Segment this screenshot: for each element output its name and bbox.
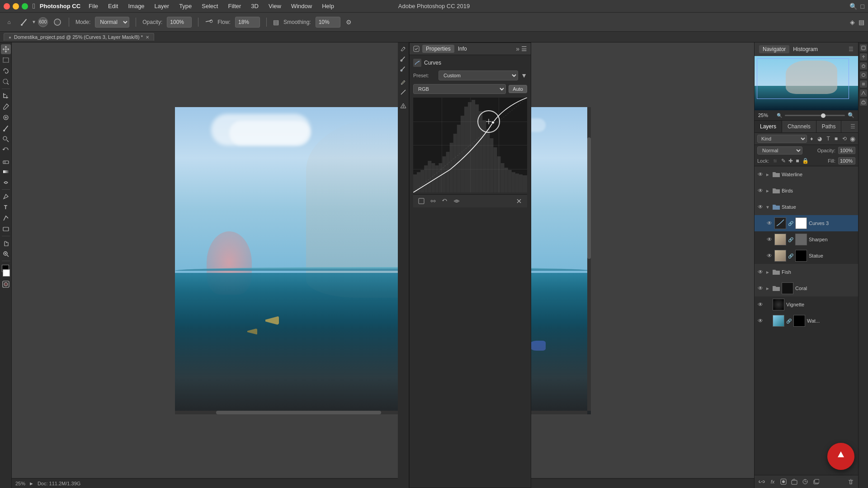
color-selector[interactable] — [1, 265, 11, 277]
layer-type-filter-icon[interactable]: T — [825, 135, 831, 142]
layer-item-coral[interactable]: 👁 ► Coral — [755, 280, 858, 296]
layer-item-curves3[interactable]: 👁 🔗 Curves 3 — [755, 215, 858, 231]
vignette-vis-icon[interactable]: 👁 — [757, 301, 764, 308]
gradient-tool-btn[interactable] — [1, 167, 11, 177]
curves3-vis-icon[interactable]: 👁 — [766, 220, 773, 226]
zoom-slider[interactable] — [785, 115, 845, 116]
statue-group-expand-icon[interactable]: ▼ — [765, 205, 771, 210]
move-tool-btn[interactable] — [1, 44, 11, 54]
menu-select[interactable]: Select — [200, 2, 220, 10]
menu-view[interactable]: View — [267, 2, 283, 10]
prop-line-icon[interactable] — [399, 88, 408, 97]
curves-graph[interactable] — [413, 98, 527, 192]
hand-tool-btn[interactable] — [1, 238, 11, 248]
path-select-tool-btn[interactable] — [1, 213, 11, 223]
clone-stamp-tool-btn[interactable] — [1, 134, 11, 144]
waterline-vis-icon[interactable]: 👁 — [757, 171, 764, 178]
brush-tool-btn-left[interactable] — [1, 123, 11, 133]
fish-vis-icon[interactable]: 👁 — [757, 269, 764, 275]
quick-mask-btn[interactable] — [1, 279, 11, 289]
search-icon[interactable]: 🔍 — [849, 3, 857, 10]
panel-icon-3[interactable] — [860, 62, 867, 70]
zoom-out-icon[interactable]: 🔍 — [777, 113, 782, 118]
window-close-btn[interactable] — [4, 3, 10, 9]
histogram-tab[interactable]: Histogram — [789, 45, 821, 53]
waterline2-vis-icon[interactable]: 👁 — [757, 318, 764, 324]
waterline-expand-icon[interactable]: ► — [765, 172, 771, 177]
menu-edit[interactable]: Edit — [106, 2, 120, 10]
coral-vis-icon[interactable]: 👁 — [757, 285, 764, 291]
tab-close-icon[interactable]: ✕ — [146, 35, 149, 40]
properties-tab[interactable]: Properties — [422, 45, 454, 53]
opacity-input[interactable] — [167, 17, 192, 28]
layers-panel-menu-icon[interactable]: ☰ — [848, 121, 858, 132]
panel-icon-1[interactable] — [860, 44, 867, 52]
document-tab[interactable]: ● Domestika_project.psd @ 25% (Curves 3,… — [4, 33, 154, 41]
brush-hardness-icon[interactable] — [52, 17, 62, 27]
layers-adjustment-btn[interactable] — [801, 477, 810, 486]
layer-smartobject-filter-icon[interactable]: ⟲ — [841, 135, 848, 142]
layers-mask-btn[interactable] — [779, 477, 788, 486]
kind-select[interactable]: Kind Name Effect — [757, 135, 807, 143]
shape-tool-btn[interactable] — [1, 224, 11, 234]
layer-item-waterline2[interactable]: 👁 ► 🔗 Wat... — [755, 313, 858, 329]
menu-file[interactable]: File — [87, 2, 100, 10]
smoothing-options-icon[interactable]: ⚙ — [346, 19, 352, 26]
layer-item-fish[interactable]: 👁 ► Fish — [755, 264, 858, 280]
smoothing-input[interactable] — [316, 17, 340, 28]
panel-expand-icon[interactable]: » — [516, 45, 519, 52]
layers-delete-btn[interactable] — [846, 477, 855, 486]
channels-tab[interactable]: Channels — [782, 121, 816, 132]
lock-transparent-icon[interactable]: ◾ — [772, 158, 778, 164]
flow-input[interactable] — [235, 17, 260, 28]
curves-reset-btn[interactable] — [417, 197, 426, 206]
layers-new-btn[interactable] — [811, 477, 821, 486]
layer-item-vignette[interactable]: 👁 ► Vignette — [755, 296, 858, 313]
flow-toggle-icon[interactable]: ▤ — [273, 19, 279, 26]
curves-eye-btn[interactable] — [452, 197, 461, 206]
app-name[interactable]: Photoshop CC — [40, 3, 80, 9]
zoom-in-icon[interactable]: 🔍 — [848, 112, 854, 118]
rectangle-select-tool-btn[interactable] — [1, 55, 11, 65]
arrange-icon[interactable]: □ — [861, 3, 864, 10]
menu-layer[interactable]: Layer — [153, 2, 171, 10]
lock-position-icon[interactable]: ✚ — [788, 158, 793, 164]
menu-3d[interactable]: 3D — [249, 2, 260, 10]
layer-item-birds[interactable]: 👁 ► Birds — [755, 183, 858, 199]
navigator-viewport-box[interactable] — [757, 58, 849, 99]
menu-help[interactable]: Help — [320, 2, 336, 10]
panel-icon-4[interactable] — [860, 71, 867, 79]
statue-vis-icon[interactable]: 👁 — [766, 253, 773, 259]
heal-tool-btn[interactable] — [1, 113, 11, 122]
menu-type[interactable]: Type — [177, 2, 193, 10]
layers-fx-btn[interactable]: fx — [768, 477, 777, 486]
blend-mode-select[interactable]: Normal Multiply Screen Overlay Luminosit… — [757, 146, 802, 155]
layer-shape-filter-icon[interactable]: ■ — [833, 135, 839, 142]
panel-icon-6[interactable] — [860, 89, 867, 97]
panel-icon-7[interactable] — [860, 99, 867, 106]
auto-btn[interactable]: Auto — [509, 85, 527, 93]
statue-group-vis-icon[interactable]: 👁 — [757, 204, 764, 210]
prop-pencil-icon[interactable] — [399, 78, 408, 87]
lasso-tool-btn[interactable] — [1, 66, 11, 76]
layers-group-btn[interactable] — [790, 477, 799, 486]
arrow-right-icon[interactable]: ► — [29, 481, 34, 486]
panel-icon-2[interactable] — [860, 53, 867, 61]
zoom-tool-btn[interactable] — [1, 249, 11, 259]
layer-item-statue-group[interactable]: 👁 ▼ Statue — [755, 199, 858, 215]
mode-select[interactable]: Normal Multiply Screen Overlay — [95, 17, 129, 28]
eraser-tool-btn[interactable] — [1, 156, 11, 166]
lock-artboard-icon[interactable]: ■ — [796, 158, 799, 164]
brush-options-arrow[interactable]: ▼ — [32, 19, 36, 24]
window-min-btn[interactable] — [13, 3, 19, 9]
quick-select-tool-btn[interactable] — [1, 77, 11, 87]
prop-warning-icon[interactable] — [399, 101, 408, 110]
floating-action-btn[interactable] — [827, 443, 854, 470]
pen-tool-btn[interactable] — [1, 192, 11, 202]
nav-panel-menu-icon[interactable]: ☰ — [849, 46, 854, 52]
curves-refresh-btn[interactable] — [440, 197, 449, 206]
menu-window[interactable]: Window — [289, 2, 314, 10]
layer-filter-toggle-icon[interactable]: ◉ — [850, 135, 855, 142]
opacity-row-input[interactable] — [838, 147, 855, 154]
panel-icon-5[interactable] — [860, 80, 867, 88]
